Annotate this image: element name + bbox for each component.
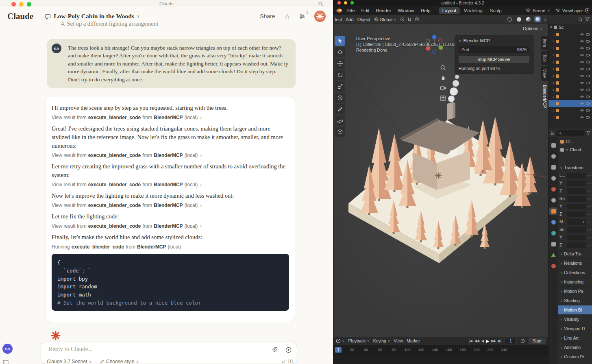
timeline-menu-playback[interactable]: Playback∨ xyxy=(348,338,370,343)
animate-dot-icon[interactable]: ◦ xyxy=(587,205,588,209)
visibility-eye-icon[interactable] xyxy=(580,33,584,36)
transform-orientation-dropdown[interactable]: Global ∨ xyxy=(374,17,396,22)
composer[interactable]: Claude 3.7 Sonnet ∨ Choose style ∨ 10 xyxy=(41,342,297,364)
menu-object[interactable]: Object xyxy=(357,17,370,22)
menu-render[interactable]: Render xyxy=(372,8,394,13)
section-instancing[interactable]: ›Instancing xyxy=(558,277,592,286)
lock-icon[interactable]: ▫ xyxy=(590,220,591,224)
reply-input[interactable] xyxy=(48,346,223,353)
animate-dot-icon[interactable]: ◦ xyxy=(587,243,588,247)
transform-value-field[interactable] xyxy=(567,181,586,186)
outliner-row[interactable]: › xyxy=(548,114,592,121)
search-icon[interactable] xyxy=(318,1,323,7)
visibility-eye-icon[interactable] xyxy=(580,116,584,119)
animate-dot-icon[interactable]: ◦ xyxy=(587,189,588,193)
expand-chevron-icon[interactable]: › xyxy=(553,53,554,57)
attach-paperclip-icon[interactable] xyxy=(271,347,278,353)
tool-result-link[interactable]: View result from execute_blender_code fr… xyxy=(52,115,289,120)
transform-row[interactable]: Y◦▫ xyxy=(558,179,592,187)
pan-hand-icon[interactable] xyxy=(440,75,446,81)
stop-mcp-server-button[interactable]: Stop MCP Server xyxy=(459,56,529,63)
panel-tab-blendermcp[interactable]: BlenderMCP xyxy=(541,82,548,111)
render-visibility-icon[interactable] xyxy=(586,67,590,71)
section-custom-pr[interactable]: ›Custom Pr xyxy=(558,352,592,361)
outliner-row[interactable]: › xyxy=(548,52,592,59)
animate-dot-icon[interactable]: ◦ xyxy=(587,181,588,185)
section-line-art[interactable]: ›Line Art xyxy=(558,333,592,342)
settings-sliders-icon[interactable]: 1 xyxy=(299,13,305,20)
section-motion-pa[interactable]: ›Motion Pa xyxy=(558,286,592,296)
object-tab-icon[interactable] xyxy=(549,207,557,215)
new-layer-icon[interactable] xyxy=(585,8,590,13)
constraints-tab-icon[interactable] xyxy=(549,240,557,248)
share-button[interactable]: Share xyxy=(260,13,275,20)
workspace-tab-modeling[interactable]: Modeling xyxy=(460,7,486,14)
annotate-tool-icon[interactable] xyxy=(335,104,345,114)
lock-icon[interactable]: ▫ xyxy=(590,197,591,201)
section-collections[interactable]: ›Collections xyxy=(558,268,592,277)
material-tab-icon[interactable] xyxy=(549,262,557,270)
timeline-menu-marker[interactable]: Marker xyxy=(407,338,420,343)
outliner-row[interactable]: › xyxy=(548,100,592,107)
port-field[interactable]: Port 9876 xyxy=(459,46,529,53)
menu-file[interactable]: File xyxy=(344,8,358,13)
send-shortcut[interactable]: 10 xyxy=(281,359,293,364)
lock-icon[interactable]: ▫ xyxy=(590,243,591,247)
section-shading[interactable]: ›Shading xyxy=(558,296,592,305)
prev-keyframe-button[interactable]: ◀◀ xyxy=(474,339,479,343)
outliner-row[interactable]: › xyxy=(548,93,592,100)
render-visibility-icon[interactable] xyxy=(586,33,590,36)
timeline-editor-type[interactable]: ∨ xyxy=(336,338,345,343)
object-data-tab-icon[interactable] xyxy=(549,251,557,259)
panel-tab-tool[interactable]: Tool xyxy=(541,51,548,65)
lock-icon[interactable]: ▫ xyxy=(590,235,591,240)
expand-chevron-icon[interactable]: › xyxy=(553,39,554,44)
jump-start-button[interactable]: |◀ xyxy=(469,339,472,343)
render-visibility-icon[interactable] xyxy=(586,46,590,50)
scale-tool-icon[interactable] xyxy=(335,81,345,92)
render-visibility-icon[interactable] xyxy=(586,60,590,64)
rendered-shading-button[interactable] xyxy=(534,16,541,22)
tool-tab-icon[interactable] xyxy=(549,142,557,149)
render-visibility-icon[interactable] xyxy=(586,74,590,78)
render-visibility-icon[interactable] xyxy=(586,116,590,119)
section-relations[interactable]: ›Relations xyxy=(558,258,592,268)
material-shading-button[interactable] xyxy=(525,16,532,22)
transform-section-header[interactable]: ∨ Transform xyxy=(558,163,592,172)
breadcrumb[interactable]: ∨ Cloud... xyxy=(558,146,592,154)
visibility-eye-icon[interactable] xyxy=(580,81,584,85)
lock-icon[interactable]: ▫ xyxy=(590,181,591,185)
outliner-row[interactable]: › xyxy=(548,31,592,38)
transform-value-field[interactable] xyxy=(567,204,586,209)
expand-chevron-icon[interactable]: › xyxy=(553,60,554,64)
transform-row[interactable]: L...◦▫ xyxy=(558,172,592,179)
render-visibility-icon[interactable] xyxy=(586,102,590,105)
expand-chevron-icon[interactable]: › xyxy=(553,109,554,113)
panel-tab-item[interactable]: Item xyxy=(541,36,548,50)
visibility-eye-icon[interactable] xyxy=(580,109,584,112)
lock-icon[interactable]: ▫ xyxy=(590,212,591,216)
world-tab-icon[interactable] xyxy=(549,196,557,204)
transform-value-field[interactable] xyxy=(567,196,586,202)
playhead-badge[interactable]: 1 xyxy=(335,347,342,353)
lock-icon[interactable]: ▫ xyxy=(590,174,591,178)
visibility-eye-icon[interactable] xyxy=(580,102,584,105)
outliner-row[interactable]: › xyxy=(548,79,592,86)
sidebar-toggle-icon[interactable] xyxy=(3,360,9,364)
scene-tab-icon[interactable] xyxy=(549,185,557,193)
menu-window[interactable]: Window xyxy=(394,8,418,13)
pivot-icon[interactable] xyxy=(400,17,405,22)
visibility-eye-icon[interactable] xyxy=(580,53,584,57)
visibility-eye-icon[interactable] xyxy=(580,39,584,43)
section-viewport-d[interactable]: ›Viewport D xyxy=(558,324,592,333)
tool-result-link[interactable]: View result from execute_blender_code fr… xyxy=(52,203,289,208)
visibility-eye-icon[interactable] xyxy=(580,95,584,98)
transform-row[interactable]: Z◦▫ xyxy=(558,187,592,195)
transform-value-field[interactable]: ∨ xyxy=(567,219,586,225)
capture-icon[interactable] xyxy=(285,347,292,353)
expand-chevron-icon[interactable]: › xyxy=(553,95,554,99)
animate-dot-icon[interactable]: ◦ xyxy=(587,228,588,232)
chat-title-menu[interactable]: Low-Poly Cabin in the Woods ∨ xyxy=(45,13,139,20)
animate-dot-icon[interactable]: ◦ xyxy=(587,174,588,178)
grid-ortho-icon[interactable] xyxy=(440,95,446,101)
